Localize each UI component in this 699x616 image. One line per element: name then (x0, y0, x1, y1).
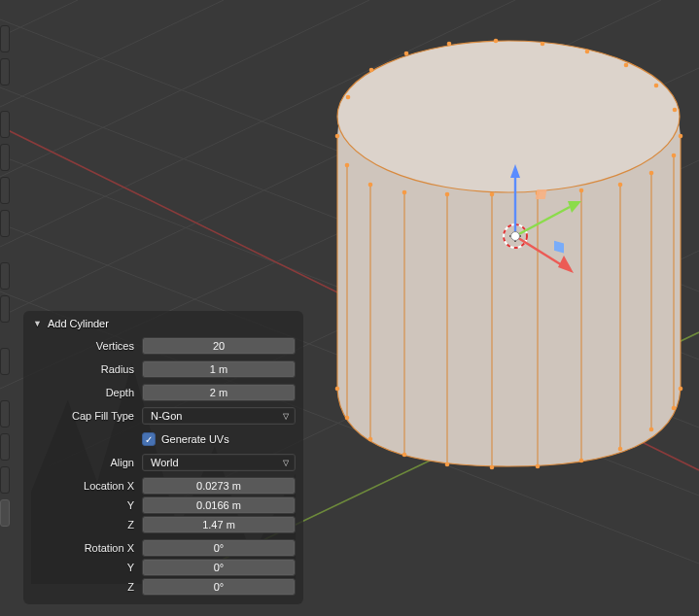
chevron-down-icon: ▽ (283, 459, 289, 467)
dropdown-align-value: World (151, 457, 179, 468)
panel-title: Add Cylinder (48, 318, 109, 329)
checkbox-generate-uvs[interactable]: ✓ (142, 432, 156, 446)
label-location-y: Y (31, 499, 142, 511)
svg-line-7 (0, 0, 369, 177)
label-location-z: Z (31, 519, 142, 530)
tool-extrude[interactable] (0, 400, 10, 428)
label-vertices: Vertices (31, 340, 142, 352)
label-cap-fill-type: Cap Fill Type (31, 410, 142, 422)
tool-move[interactable] (0, 111, 10, 138)
tool-loopcut[interactable] (0, 499, 10, 527)
label-rotation-x: Rotation X (31, 542, 142, 554)
tool-scale[interactable] (0, 177, 10, 204)
label-rotation-z: Z (31, 581, 142, 593)
svg-point-42 (541, 42, 545, 47)
svg-point-30 (445, 192, 450, 197)
svg-point-29 (402, 190, 407, 195)
panel-header[interactable]: ▼ Add Cylinder (31, 311, 296, 336)
svg-point-38 (673, 108, 678, 113)
svg-point-48 (335, 387, 340, 392)
svg-point-37 (679, 134, 683, 139)
label-depth: Depth (31, 387, 142, 398)
svg-point-56 (618, 447, 623, 452)
dropdown-cap-fill-type[interactable]: N-Gon ▽ (142, 407, 296, 425)
tool-measure[interactable] (0, 295, 10, 323)
svg-point-57 (649, 428, 654, 432)
svg-point-45 (404, 51, 409, 56)
tool-select[interactable] (0, 25, 10, 52)
tool-annotate[interactable] (0, 262, 10, 290)
svg-point-49 (345, 416, 350, 421)
svg-point-59 (679, 387, 683, 392)
tool-add[interactable] (0, 348, 10, 375)
svg-rect-70 (536, 189, 547, 199)
svg-point-31 (490, 192, 495, 197)
field-vertices[interactable]: 20 (142, 337, 296, 355)
svg-line-5 (0, 0, 78, 37)
svg-point-34 (618, 183, 623, 188)
tool-cursor[interactable] (0, 58, 10, 86)
svg-point-52 (445, 462, 450, 467)
svg-point-36 (672, 154, 677, 158)
svg-point-28 (368, 183, 373, 188)
svg-point-53 (490, 465, 495, 470)
field-location-z[interactable]: 1.47 m (142, 516, 296, 533)
svg-point-51 (402, 453, 407, 458)
collapse-triangle-icon[interactable]: ▼ (33, 319, 42, 328)
svg-point-13 (337, 41, 680, 192)
dropdown-cap-fill-type-value: N-Gon (151, 410, 182, 422)
label-align: Align (31, 457, 142, 468)
svg-point-41 (585, 50, 590, 54)
svg-point-35 (649, 171, 654, 176)
label-radius: Radius (31, 363, 142, 375)
svg-point-55 (579, 459, 584, 463)
dropdown-align[interactable]: World ▽ (142, 454, 296, 471)
tool-rotate[interactable] (0, 144, 10, 171)
cylinder-mesh[interactable] (335, 39, 683, 470)
label-location-x: Location X (31, 480, 142, 492)
label-rotation-y: Y (31, 562, 142, 573)
tool-bevel[interactable] (0, 466, 10, 494)
field-rotation-z[interactable]: 0° (142, 578, 296, 596)
svg-line-6 (0, 0, 224, 107)
svg-point-50 (368, 437, 373, 442)
left-toolbar (0, 0, 12, 616)
svg-point-58 (672, 406, 677, 411)
svg-point-33 (579, 188, 584, 193)
label-generate-uvs: Generate UVs (161, 433, 229, 445)
tool-transform[interactable] (0, 210, 10, 237)
svg-point-40 (624, 63, 629, 68)
svg-point-43 (494, 39, 499, 44)
field-rotation-y[interactable]: 0° (142, 559, 296, 576)
svg-point-26 (335, 134, 340, 139)
svg-point-72 (511, 232, 520, 241)
field-rotation-x[interactable]: 0° (142, 539, 296, 557)
svg-point-44 (447, 42, 452, 47)
3d-viewport[interactable]: ▼ Add Cylinder Vertices 20 Radius 1 m De… (0, 0, 699, 616)
tool-inset[interactable] (0, 433, 10, 461)
svg-point-54 (536, 464, 541, 469)
chevron-down-icon: ▽ (283, 412, 289, 421)
field-location-x[interactable]: 0.0273 m (142, 477, 296, 495)
operator-redo-panel[interactable]: ▼ Add Cylinder Vertices 20 Radius 1 m De… (23, 311, 303, 604)
field-depth[interactable]: 2 m (142, 384, 296, 401)
svg-point-47 (346, 95, 351, 100)
svg-point-39 (654, 84, 659, 88)
field-radius[interactable]: 1 m (142, 360, 296, 378)
svg-point-46 (369, 68, 374, 73)
field-location-y[interactable]: 0.0166 m (142, 496, 296, 514)
svg-point-27 (345, 163, 350, 168)
